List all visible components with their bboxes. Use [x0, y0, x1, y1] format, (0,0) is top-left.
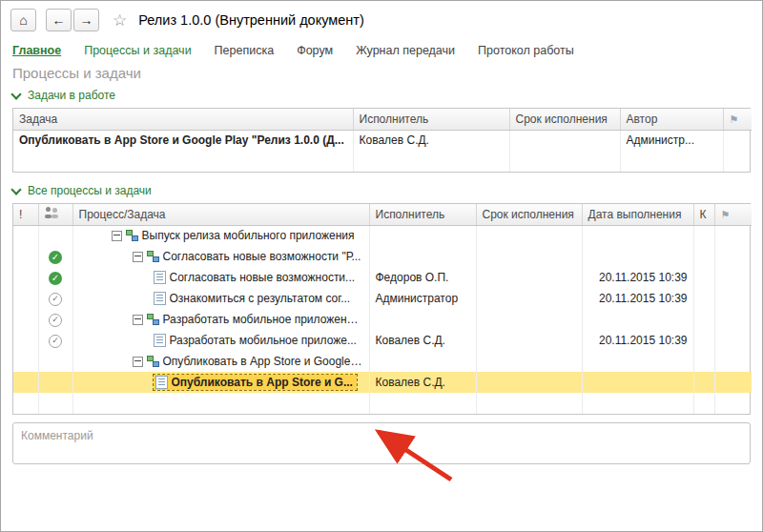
section-title: Задачи в работе [28, 89, 115, 102]
table-row[interactable]: Выпуск релиза мобильного приложения [13, 225, 752, 246]
favorite-star-icon[interactable]: ☆ [113, 10, 127, 31]
comment-placeholder: Комментарий [21, 429, 93, 442]
col-process[interactable]: Процесс/Задача [72, 204, 369, 225]
all-processes-table: ! Процесс/Задача Исполнитель Срок исполн… [12, 203, 751, 415]
table-row[interactable]: ✓ Согласовать новые возможности "Р... [13, 246, 752, 267]
table-row[interactable]: Опубликовать в App Store и Google Play "… [13, 130, 752, 151]
task-icon [154, 334, 166, 347]
task-title: Разработать мобильное приложе... [170, 334, 357, 347]
task-due [509, 130, 620, 151]
table-row-selected[interactable]: Опубликовать в App Store и G... Ковалев … [13, 372, 752, 393]
process-icon [147, 314, 159, 325]
col-due[interactable]: Срок исполнения [509, 109, 620, 130]
task-executor: Ковалев С.Д. [353, 130, 509, 151]
col-author[interactable]: Автор [620, 109, 723, 130]
col-done[interactable]: Дата выполнения [582, 204, 693, 225]
group-icon [45, 207, 58, 218]
task-icon [154, 292, 166, 305]
table-header-row: ! Процесс/Задача Исполнитель Срок исполн… [13, 204, 752, 225]
col-flag[interactable]: ⚑ [723, 109, 752, 130]
task-title: Согласовать новые возможности... [170, 271, 356, 284]
col-executor[interactable]: Исполнитель [353, 109, 509, 130]
task-icon [154, 271, 166, 284]
executor: Ковалев С.Д. [369, 372, 476, 393]
back-arrow-icon: ← [52, 12, 66, 28]
section-tasks-in-progress[interactable]: Задачи в работе [1, 85, 762, 106]
document-title: Релиз 1.0.0 (Внутренний документ) [138, 12, 364, 28]
tab-perepiska[interactable]: Переписка [215, 44, 275, 57]
done-date: 20.11.2015 10:39 [582, 288, 693, 309]
col-k[interactable]: К [693, 204, 714, 225]
table-row[interactable]: ✓ Разработать мобильное приложение... [13, 309, 752, 330]
tab-zhurnal-peredachi[interactable]: Журнал передачи [356, 44, 455, 57]
status-pending-icon: ✓ [49, 335, 62, 348]
tab-forum[interactable]: Форум [297, 44, 333, 57]
col-executor[interactable]: Исполнитель [369, 204, 476, 225]
task-flag [723, 130, 752, 151]
status-pending-icon: ✓ [49, 314, 62, 327]
selected-cell: Опубликовать в App Store и G... [154, 375, 357, 390]
process-title: Выпуск релиза мобильного приложения [142, 229, 355, 242]
executor: Ковалев С.Д. [369, 330, 476, 351]
done-date: 20.11.2015 10:39 [582, 330, 693, 351]
empty-area [13, 393, 752, 414]
section-title: Все процессы и задачи [28, 184, 152, 197]
table-row[interactable]: Опубликовать в App Store и Google ... [13, 351, 752, 372]
col-group[interactable] [38, 204, 72, 225]
chevron-down-icon [10, 184, 21, 194]
collapse-toggle-icon[interactable] [133, 357, 143, 367]
task-title: Опубликовать в App Store и G... [172, 376, 353, 389]
back-button[interactable]: ← [46, 9, 72, 31]
home-icon: ⌂ [19, 12, 27, 28]
col-importance[interactable]: ! [13, 204, 38, 225]
tab-protokol-raboty[interactable]: Протокол работы [478, 44, 574, 57]
task-icon [155, 376, 168, 389]
executor: Федоров О.П. [369, 267, 476, 288]
table-row[interactable]: ✓ Разработать мобильное приложе... Ковал… [13, 330, 752, 351]
app-window: ⌂ ← → ☆ Релиз 1.0.0 (Внутренний документ… [0, 0, 763, 532]
process-icon [147, 356, 159, 367]
nav-buttons: ← → [46, 9, 99, 31]
task-name: Опубликовать в App Store и Google Play "… [13, 130, 353, 151]
process-title: Согласовать новые возможности "Р... [163, 250, 361, 263]
flag-icon: ⚑ [730, 113, 739, 125]
status-pending-icon: ✓ [49, 293, 62, 306]
process-icon [126, 230, 138, 241]
status-done-icon: ✓ [49, 272, 62, 285]
task-author: Администр... [620, 130, 723, 151]
task-title: Ознакомиться с результатом сог... [170, 292, 351, 305]
process-icon [147, 251, 159, 262]
table-row[interactable]: ✓ Согласовать новые возможности... Федор… [13, 267, 752, 288]
done-date: 20.11.2015 10:39 [582, 267, 693, 288]
tasks-in-progress-table: Задача Исполнитель Срок исполнения Автор… [12, 108, 751, 173]
section-all-processes[interactable]: Все процессы и задачи [1, 180, 762, 201]
process-title: Опубликовать в App Store и Google ... [163, 355, 363, 368]
chevron-down-icon [10, 89, 21, 99]
forward-button[interactable]: → [73, 9, 99, 31]
table-header-row: Задача Исполнитель Срок исполнения Автор… [13, 109, 752, 130]
tab-glavnoe[interactable]: Главное [12, 44, 61, 57]
col-due[interactable]: Срок исполнения [476, 204, 582, 225]
col-task[interactable]: Задача [13, 109, 353, 130]
tab-processy-i-zadachi[interactable]: Процессы и задачи [84, 44, 191, 57]
collapse-toggle-icon[interactable] [133, 315, 143, 325]
process-title: Разработать мобильное приложение... [163, 313, 363, 326]
home-button[interactable]: ⌂ [10, 9, 36, 31]
executor: Администратор [369, 288, 476, 309]
toolbar: ⌂ ← → ☆ Релиз 1.0.0 (Внутренний документ… [1, 1, 762, 39]
flag-icon: ⚑ [721, 209, 731, 220]
status-done-icon: ✓ [49, 251, 62, 264]
col-flag[interactable]: ⚑ [714, 204, 752, 225]
page-title: Процессы и задачи [1, 62, 762, 85]
table-row[interactable]: ✓ Ознакомиться с результатом сог... Адми… [13, 288, 752, 309]
collapse-toggle-icon[interactable] [112, 231, 122, 241]
forward-arrow-icon: → [80, 12, 93, 28]
empty-area [13, 151, 752, 172]
comment-input[interactable]: Комментарий [12, 422, 751, 464]
collapse-toggle-icon[interactable] [133, 252, 143, 262]
form-tabs: Главное Процессы и задачи Переписка Фору… [1, 39, 762, 62]
